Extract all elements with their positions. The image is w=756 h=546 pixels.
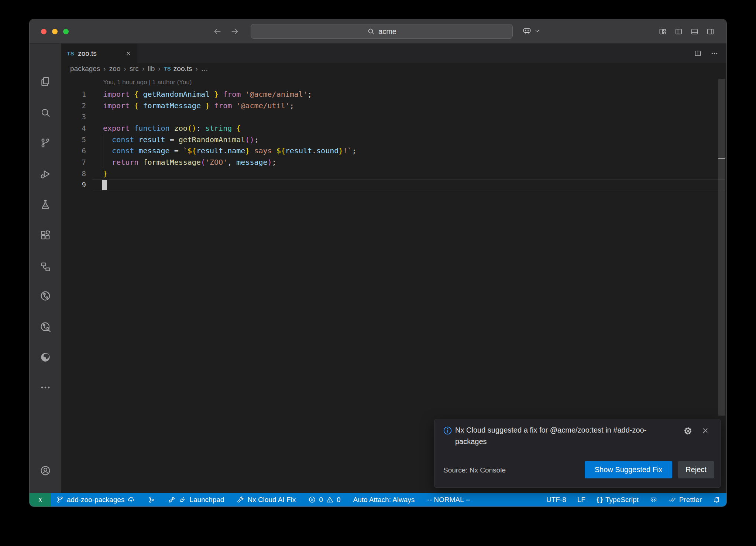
scrollbar[interactable] — [718, 79, 725, 416]
customize-layout-icon[interactable] — [659, 27, 667, 36]
breadcrumb: packages›zoo›src›lib›TSzoo.ts›… — [61, 63, 726, 74]
warning-triangle-icon — [326, 496, 334, 504]
nx-cloud-ai-fix-status[interactable]: Nx Cloud AI Fix — [237, 496, 296, 504]
error-circle-icon — [308, 496, 316, 504]
split-editor-icon[interactable] — [694, 50, 702, 57]
notification-settings-icon[interactable] — [684, 427, 692, 435]
breadcrumb-overflow[interactable]: … — [201, 65, 208, 73]
toggle-secondary-sidebar-icon[interactable] — [706, 27, 715, 36]
breadcrumb-segment[interactable]: lib — [148, 65, 155, 73]
copilot-status[interactable] — [650, 496, 657, 504]
double-check-icon — [669, 496, 676, 504]
breadcrumb-separator: › — [158, 65, 160, 73]
remote-indicator[interactable] — [30, 493, 51, 506]
sidebar-item-nx-graph[interactable] — [39, 321, 51, 333]
code-text: return formatMessage('ZOO', message); — [103, 157, 276, 168]
formatter-status[interactable]: Prettier — [669, 496, 702, 504]
launchpad-status[interactable]: Launchpad — [168, 496, 224, 504]
reject-button[interactable]: Reject — [678, 461, 714, 478]
accounts-button[interactable] — [39, 465, 51, 477]
show-suggested-fix-button[interactable]: Show Suggested Fix — [585, 461, 672, 478]
overview-ruler-cursor-mark — [718, 158, 725, 159]
git-graph-status[interactable] — [148, 496, 155, 504]
close-tab-icon[interactable] — [125, 50, 131, 57]
sidebar-item-run-debug[interactable] — [39, 168, 51, 180]
command-center-search[interactable]: acme — [251, 24, 513, 39]
sidebar-item-testing[interactable] — [39, 199, 51, 211]
sidebar-item-explorer[interactable] — [39, 76, 51, 88]
more-actions-icon[interactable] — [711, 50, 718, 57]
line-number: 1 — [61, 89, 86, 100]
code-line[interactable]: 5 const result = getRandomAnimal(); — [61, 134, 726, 146]
code-line[interactable]: 7 return formatMessage('ZOO', message); — [61, 157, 726, 168]
rocket-icon — [168, 496, 176, 504]
close-window-button[interactable] — [41, 29, 47, 34]
activity-bar — [30, 44, 61, 493]
tab-bar: TS zoo.ts — [61, 44, 726, 63]
code-line[interactable]: 6 const message = `${result.name} says $… — [61, 145, 726, 157]
toggle-primary-sidebar-icon[interactable] — [674, 27, 683, 36]
breadcrumb-segment[interactable]: zoo — [109, 65, 121, 73]
code-text: import { formatMessage } from '@acme/uti… — [103, 100, 294, 112]
breadcrumb-separator: › — [103, 65, 106, 73]
title-bar: acme — [30, 19, 726, 44]
line-number: 6 — [61, 145, 86, 157]
vim-mode-status[interactable]: -- NORMAL -- — [427, 496, 470, 504]
language-status[interactable]: { }TypeScript — [597, 496, 639, 504]
sidebar-item-additional-views[interactable] — [39, 382, 51, 393]
sidebar-item-source-control[interactable] — [39, 137, 51, 149]
back-arrow-icon[interactable] — [213, 27, 222, 36]
problems-status[interactable]: 00 — [308, 496, 340, 504]
git-merge-icon — [148, 496, 155, 504]
code-line[interactable]: 4export function zoo(): string { — [61, 123, 726, 134]
auto-attach-status[interactable]: Auto Attach: Always — [353, 496, 415, 504]
typescript-file-icon: TS — [164, 65, 171, 72]
breadcrumb-segment[interactable]: src — [130, 65, 139, 73]
breadcrumb-separator: › — [124, 65, 126, 73]
code-line[interactable]: 2import { formatMessage } from '@acme/ut… — [61, 100, 726, 112]
tab-label: zoo.ts — [78, 50, 97, 58]
cloud-upload-icon — [127, 496, 135, 504]
sidebar-item-nx-cloud[interactable] — [39, 290, 51, 302]
breadcrumb-file[interactable]: zoo.ts — [173, 65, 192, 73]
sidebar-item-search[interactable] — [39, 107, 51, 119]
code-line[interactable]: 1import { getRandomAnimal } from '@acme/… — [61, 89, 726, 100]
zoom-window-button[interactable] — [63, 29, 69, 34]
sidebar-item-edge-tools[interactable] — [39, 352, 51, 363]
code-text: const message = `${result.name} says ${r… — [103, 145, 356, 157]
code-text: import { getRandomAnimal } from '@acme/a… — [103, 89, 312, 100]
editor-cursor — [102, 180, 107, 190]
language-status-label: { } — [597, 496, 602, 504]
minimize-window-button[interactable] — [52, 29, 58, 34]
line-number: 3 — [61, 111, 86, 123]
launchpad-status-label: Launchpad — [189, 496, 224, 504]
sidebar-item-extensions[interactable] — [39, 230, 51, 241]
vscode-window: acme TS zoo.ts packages›zoo›src›lib›TSzo… — [30, 19, 726, 506]
breadcrumb-separator: › — [142, 65, 144, 73]
current-line-highlight — [92, 179, 725, 191]
toggle-panel-icon[interactable] — [690, 27, 699, 36]
git-branch-icon — [56, 496, 64, 504]
code-line[interactable]: 3 — [61, 111, 726, 123]
line-number: 7 — [61, 157, 86, 168]
sidebar-item-nx-console[interactable] — [39, 261, 51, 273]
branch-status[interactable]: add-zoo-packages — [56, 496, 135, 504]
forward-arrow-icon[interactable] — [230, 27, 240, 36]
status-bar: add-zoo-packagesLaunchpadNx Cloud AI Fix… — [30, 493, 726, 506]
notification-toast: Nx Cloud suggested a fix for @acme/zoo:t… — [434, 419, 721, 488]
tab-zoo-ts[interactable]: TS zoo.ts — [61, 44, 137, 63]
problems-status-label: 0 — [337, 496, 341, 504]
code-line[interactable]: 8} — [61, 168, 726, 180]
copilot-menu[interactable] — [522, 26, 540, 36]
notifications-bell[interactable] — [713, 496, 721, 504]
desktop-background: acme TS zoo.ts packages›zoo›src›lib›TSzo… — [0, 0, 756, 546]
breadcrumb-segment[interactable]: packages — [70, 65, 100, 73]
notification-message: Nx Cloud suggested a fix for @acme/zoo:t… — [455, 424, 674, 447]
code-text: const result = getRandomAnimal(); — [103, 134, 259, 146]
eol-status[interactable]: LF — [577, 496, 585, 504]
wrench-icon — [237, 496, 244, 504]
nx-cloud-ai-fix-status-label: Nx Cloud AI Fix — [247, 496, 296, 504]
encoding-status[interactable]: UTF-8 — [546, 496, 566, 504]
close-notification-icon[interactable] — [701, 427, 709, 434]
remote-icon — [36, 496, 44, 504]
